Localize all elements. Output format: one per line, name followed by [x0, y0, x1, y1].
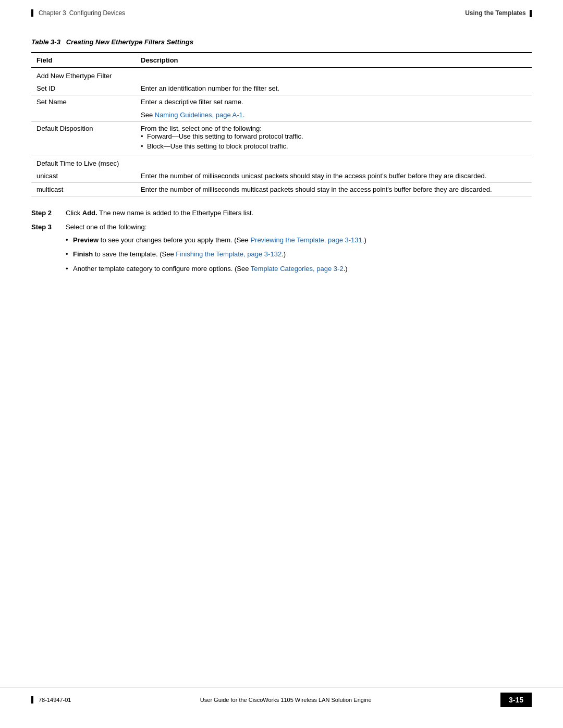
- list-item: Finish to save the template. (See Finish…: [66, 249, 532, 260]
- table-number-prefix: Table: [31, 38, 51, 46]
- page-footer: 78-14947-01 User Guide for the CiscoWork…: [0, 687, 563, 712]
- col-desc-header: Description: [136, 53, 532, 68]
- header-left: Chapter 3 Configuring Devices: [31, 9, 125, 17]
- field-set-name-empty: [31, 108, 136, 122]
- finishing-link[interactable]: Finishing the Template, page 3-132: [176, 250, 282, 258]
- chapter-title: Configuring Devices: [69, 9, 125, 17]
- desc-set-name-line1: Enter a descriptive filter set name.: [136, 95, 532, 108]
- field-default-disposition: Default Disposition: [31, 121, 136, 155]
- disposition-bullets: Forward—Use this setting to forward prot…: [141, 132, 527, 150]
- table-row: Default Time to Live (msec): [31, 155, 532, 169]
- col-field-header: Field: [31, 53, 136, 68]
- step-2-row: Step 2 Click Add. The new name is added …: [31, 209, 532, 217]
- chapter-label: Chapter 3: [39, 9, 66, 17]
- step-3-row: Step 3 Select one of the following: Prev…: [31, 223, 532, 278]
- previewing-link[interactable]: Previewing the Template, page 3-131: [250, 236, 362, 244]
- list-item: Forward—Use this setting to forward prot…: [141, 132, 527, 140]
- list-item: Another template category to configure m…: [66, 264, 532, 274]
- naming-guidelines-link[interactable]: Naming Guidelines, page A-1: [155, 111, 243, 119]
- step-3-label: Step 3: [31, 223, 57, 231]
- header-bar-icon: [31, 9, 33, 17]
- disposition-intro: From the list, select one of the followi…: [141, 125, 527, 132]
- settings-table: Field Description Add New Ethertype Filt…: [31, 52, 532, 196]
- desc-unicast: Enter the number of milliseconds unicast…: [136, 169, 532, 183]
- table-row: Add New Ethertype Filter: [31, 67, 532, 82]
- main-content: Table 3-3 Creating New Ethertype Filters…: [0, 22, 563, 295]
- table-header-row: Field Description: [31, 53, 532, 68]
- desc-set-name-line2: See Naming Guidelines, page A-1.: [136, 108, 532, 122]
- step-3-bullets: Preview to see your changes before you a…: [66, 235, 532, 274]
- page-header: Chapter 3 Configuring Devices Using the …: [0, 0, 563, 22]
- header-right-bar-icon: [530, 10, 532, 17]
- field-set-id: Set ID: [31, 82, 136, 95]
- field-set-name: Set Name: [31, 95, 136, 108]
- table-row: unicast Enter the number of milliseconds…: [31, 169, 532, 183]
- footer-left: 78-14947-01: [31, 696, 71, 704]
- footer-center: User Guide for the CiscoWorks 1105 Wirel…: [71, 697, 500, 703]
- footer-doc-title: User Guide for the CiscoWorks 1105 Wirel…: [200, 697, 372, 703]
- table-row: Set Name Enter a descriptive filter set …: [31, 95, 532, 108]
- desc-set-id: Enter an identification number for the f…: [136, 82, 532, 95]
- step-3-content: Select one of the following: Preview to …: [66, 223, 532, 278]
- field-unicast: unicast: [31, 169, 136, 183]
- steps-section: Step 2 Click Add. The new name is added …: [31, 209, 532, 278]
- finish-bold: Finish: [73, 250, 93, 258]
- step-2-content: Click Add. The new name is added to the …: [66, 209, 532, 217]
- footer-bar-icon: [31, 696, 33, 704]
- table-title-text: Creating New Ethertype Filters Settings: [66, 38, 193, 46]
- table-row: See Naming Guidelines, page A-1.: [31, 108, 532, 122]
- add-bold: Add.: [82, 209, 97, 217]
- table-title: Table 3-3 Creating New Ethertype Filters…: [31, 38, 532, 46]
- desc-default-disposition: From the list, select one of the followi…: [136, 121, 532, 155]
- ttl-section-header: Default Time to Live (msec): [31, 155, 532, 169]
- footer-doc-number: 78-14947-01: [39, 697, 71, 703]
- table-title-label: Table 3-3 Creating New Ethertype Filters…: [31, 38, 193, 46]
- header-right-label: Using the Templates: [465, 9, 525, 17]
- template-categories-link[interactable]: Template Categories, page 3-2: [251, 265, 344, 273]
- header-right: Using the Templates: [465, 9, 532, 17]
- list-item: Block—Use this setting to block protocol…: [141, 142, 527, 150]
- preview-bold: Preview: [73, 236, 99, 244]
- section-header-cell: Add New Ethertype Filter: [31, 67, 532, 82]
- table-row: multicast Enter the number of millisecon…: [31, 182, 532, 196]
- field-multicast: multicast: [31, 182, 136, 196]
- table-row: Default Disposition From the list, selec…: [31, 121, 532, 155]
- table-row: Set ID Enter an identification number fo…: [31, 82, 532, 95]
- list-item: Preview to see your changes before you a…: [66, 235, 532, 245]
- page: Chapter 3 Configuring Devices Using the …: [0, 0, 563, 728]
- table-number: 3-3: [51, 38, 60, 46]
- footer-page-number: 3-15: [500, 693, 532, 707]
- desc-multicast: Enter the number of milliseconds multica…: [136, 182, 532, 196]
- step-2-label: Step 2: [31, 209, 57, 217]
